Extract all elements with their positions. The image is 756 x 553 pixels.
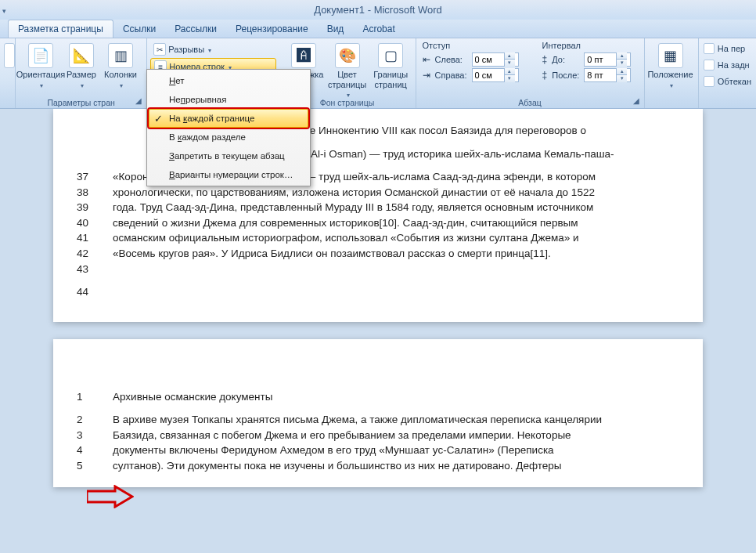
menu-item-continuous[interactable]: Непрерывная — [149, 90, 308, 109]
line-text: года. Труд Саад-эд-Дина, представленный … — [113, 200, 679, 215]
spacing-after-label: После: — [552, 70, 579, 80]
chevron-down-icon — [38, 80, 43, 90]
text-line: 39года. Труд Саад-эд-Дина, представленны… — [77, 200, 679, 215]
page-borders-icon: ▢ — [378, 43, 403, 68]
wrap-text-button[interactable]: Обтекан — [704, 74, 751, 89]
spacing-after-icon: ‡ — [542, 70, 548, 81]
position-icon: ▦ — [658, 43, 683, 68]
text-line: 41османским официальным историографом, и… — [77, 230, 679, 246]
group-label-page-setup: Параметры стран — [16, 98, 146, 107]
indent-right-spinner[interactable]: ▴▾ — [472, 68, 519, 82]
line-number: 2 — [77, 412, 113, 428]
text-line: 43 — [77, 262, 679, 277]
columns-button[interactable]: ▥ Колонки — [100, 40, 141, 89]
menu-item-suppress[interactable]: Запретить в текущем абзац — [149, 146, 308, 165]
themes-partial[interactable] — [3, 40, 16, 70]
line-number: 3 — [77, 428, 113, 443]
spacing-after-input[interactable] — [585, 70, 616, 80]
text-line: 2В архиве музея Топкапы хранятся письма … — [77, 412, 679, 428]
text-line: 42«Восемь кругов рая». У Идриса Бидлиси … — [77, 246, 679, 262]
menu-item-each-page[interactable]: ✓На каждой странице — [149, 109, 308, 128]
position-label: Положение — [647, 70, 693, 80]
position-button[interactable]: ▦ Положение — [648, 40, 693, 89]
line-number: 37 — [77, 169, 113, 185]
indent-left-label: Слева: — [435, 55, 467, 64]
orientation-label: Ориентация — [16, 70, 65, 80]
dialog-launcher-icon[interactable]: ◢ — [135, 96, 145, 106]
spin-up-icon[interactable]: ▴ — [504, 52, 515, 60]
group-paragraph: Отступ ⇤ Слева: ▴▾ ⇥ Справа: ▴▾ Интервал… — [416, 38, 645, 108]
page-color-icon: 🎨 — [335, 43, 360, 68]
qat-dropdown-icon[interactable] — [2, 4, 12, 13]
line-number: 43 — [77, 262, 113, 277]
spin-down-icon[interactable]: ▾ — [504, 60, 515, 67]
group-arrange-position: ▦ Положение — [645, 38, 699, 108]
indent-heading: Отступ — [423, 41, 527, 51]
line-number: 38 — [77, 185, 113, 201]
text-line: 3Баязида, связанная с побегом Джема и ег… — [77, 428, 679, 443]
dialog-launcher-icon[interactable]: ◢ — [633, 96, 643, 106]
indent-left-spinner[interactable]: ▴▾ — [472, 52, 519, 67]
tab-references[interactable]: Ссылки — [113, 20, 165, 38]
spacing-before-icon: ‡ — [542, 54, 548, 65]
tab-page-layout[interactable]: Разметка страницы — [8, 20, 113, 38]
line-text: «Восемь кругов рая». У Идриса Бидлиси он… — [113, 246, 679, 262]
spin-down-icon[interactable]: ▾ — [616, 75, 627, 82]
spacing-before-input[interactable] — [585, 55, 616, 64]
tab-review[interactable]: Рецензирование — [226, 20, 318, 38]
tab-acrobat[interactable]: Acrobat — [353, 20, 404, 38]
page-borders-label: Границы страниц — [369, 70, 412, 89]
tab-mailings[interactable]: Рассылки — [165, 20, 226, 38]
title-bar: Документ1 - Microsoft Word — [0, 0, 756, 20]
send-back-label: На задн — [718, 60, 750, 70]
line-text: хронологически, по царствованиям, изложе… — [113, 185, 679, 201]
document-area[interactable]: к папе Иннокентию VIII как посол Баязида… — [0, 109, 756, 553]
themes-icon — [4, 43, 15, 68]
page-color-button[interactable]: 🎨 Цвет страницы — [325, 40, 369, 99]
chevron-down-icon — [118, 80, 123, 90]
spin-up-icon[interactable]: ▴ — [504, 68, 515, 75]
indent-right-label: Справа: — [435, 70, 467, 80]
indent-left-input[interactable] — [473, 55, 504, 64]
spin-up-icon[interactable]: ▴ — [616, 52, 627, 60]
send-back-button[interactable]: На задн — [704, 57, 751, 73]
spin-down-icon[interactable]: ▾ — [616, 60, 627, 67]
menu-item-options[interactable]: Варианты нумерации строк… — [149, 165, 308, 184]
indent-right-input[interactable] — [473, 70, 504, 80]
spacing-after-spinner[interactable]: ▴▾ — [584, 68, 631, 82]
page-borders-button[interactable]: ▢ Границы страниц — [369, 40, 412, 99]
line-number: 44 — [77, 284, 113, 300]
group-themes-edge — [0, 38, 16, 108]
spacing-controls: Интервал ‡ До: ▴▾ ‡ После: ▴▾ — [542, 41, 639, 82]
line-number: 40 — [77, 215, 113, 231]
line-number: 5 — [77, 458, 113, 474]
send-back-icon — [704, 60, 715, 70]
text-line: 4документы включены Феридуном Ахмедом в … — [77, 443, 679, 458]
line-number: 41 — [77, 230, 113, 246]
spin-down-icon[interactable]: ▾ — [504, 75, 515, 82]
text-line: 44 — [77, 284, 679, 300]
indent-right-icon: ⇥ — [423, 70, 430, 81]
line-text: В архиве музея Топкапы хранятся письма Д… — [113, 412, 679, 428]
chevron-down-icon — [668, 80, 673, 90]
line-text — [113, 284, 679, 300]
spacing-before-spinner[interactable]: ▴▾ — [584, 52, 631, 67]
bring-front-icon — [704, 43, 715, 54]
spin-up-icon[interactable]: ▴ — [616, 68, 627, 75]
line-text: османским официальным историографом, исп… — [113, 230, 679, 246]
size-icon: 📐 — [69, 43, 94, 68]
bring-front-label: На пер — [718, 44, 745, 53]
orientation-button[interactable]: 📄 Ориентация — [19, 40, 63, 89]
group-page-setup: 📄 Ориентация 📐 Размер ▥ Колонки Параметр… — [16, 38, 147, 108]
menu-item-each-section[interactable]: В каждом разделе — [149, 128, 308, 146]
line-numbers-dropdown: Нет Непрерывная ✓На каждой странице В ка… — [146, 69, 311, 186]
bring-front-button[interactable]: На пер — [704, 41, 751, 56]
spacing-heading: Интервал — [542, 41, 639, 51]
text-line: 5султанов). Эти документы пока не изучен… — [77, 458, 679, 474]
indent-left-icon: ⇤ — [423, 54, 430, 65]
text-line: 40сведений о жизни Джема для современных… — [77, 215, 679, 231]
menu-item-none[interactable]: Нет — [149, 71, 308, 90]
size-button[interactable]: 📐 Размер — [63, 40, 100, 89]
tab-view[interactable]: Вид — [318, 20, 354, 38]
breaks-button[interactable]: ✂ Разрывы — [150, 41, 275, 58]
